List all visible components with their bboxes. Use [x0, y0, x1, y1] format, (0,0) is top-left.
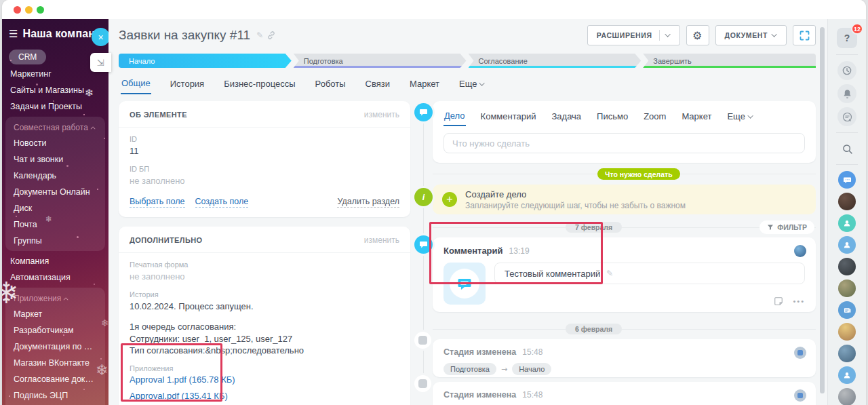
composer-tab-comment[interactable]: Комментарий	[480, 108, 537, 126]
link-icon[interactable]	[267, 31, 275, 39]
edit-comment-icon[interactable]: ✎	[606, 269, 613, 278]
todo-input[interactable]	[443, 133, 805, 153]
entry-time: 13:19	[509, 246, 530, 256]
chat-button[interactable]	[837, 107, 856, 126]
sidebar-item-mail[interactable]: Почта	[9, 216, 105, 233]
section-title: ОБ ЭЛЕМЕНТЕ	[130, 111, 187, 119]
menu-hamburger-icon[interactable]: ☰	[9, 28, 18, 40]
user-avatar[interactable]	[838, 388, 856, 405]
fullscreen-button[interactable]	[793, 25, 816, 45]
tab-links[interactable]: Связи	[365, 74, 391, 94]
extensions-button[interactable]: РАСШИРЕНИЯ	[587, 25, 680, 45]
plus-icon[interactable]: +	[442, 192, 457, 207]
activity-chat-icon	[414, 103, 433, 121]
chevron-down-icon	[747, 113, 753, 118]
avatar[interactable]	[794, 245, 806, 257]
sidebar-collapse-button[interactable]: ⇲	[90, 53, 111, 72]
field-label: Печатная форма	[130, 261, 399, 269]
support-chat-avatar[interactable]	[838, 171, 856, 189]
stage-finish[interactable]: Завершить	[643, 54, 816, 68]
search-button[interactable]	[837, 139, 856, 158]
composer-tab-email[interactable]: Письмо	[596, 108, 629, 126]
stage-start[interactable]: Начало	[119, 54, 292, 68]
detail-tabs: Общие История Бизнес-процессы Роботы Свя…	[119, 74, 816, 94]
hint-row: Что нужно сделать	[433, 168, 816, 179]
field-value-bp: не заполнено	[130, 175, 399, 187]
sidebar-item-company[interactable]: Компания	[2, 253, 108, 269]
stage-preparation[interactable]: Подготовка	[294, 54, 467, 68]
sidebar-item-news[interactable]: Новости	[9, 135, 105, 151]
tab-general[interactable]: Общие	[121, 74, 151, 94]
sidebar-item-esign[interactable]: Подпись ЭЦП	[9, 387, 105, 404]
sidebar-item-crm[interactable]: CRM	[9, 50, 46, 64]
help-button[interactable]: ? 12	[837, 28, 857, 48]
note-icon[interactable]	[774, 296, 783, 306]
sidebar-item-doc-approval[interactable]: Согласование докум...	[9, 371, 105, 387]
stage-approval[interactable]: Согласование	[469, 54, 642, 68]
filter-button[interactable]: ФИЛЬТР	[760, 220, 814, 234]
sidebar-item-calendar[interactable]: Календарь	[9, 168, 105, 184]
timeline-column: Дело Комментарий Задача Письмо Zoom Марк…	[414, 101, 816, 393]
sidebar-item-groups[interactable]: Группы	[9, 233, 105, 249]
sidebar-item-docs-online[interactable]: Документы Онлайн	[9, 184, 105, 200]
tab-more[interactable]: Еще	[458, 74, 486, 94]
person-icon	[842, 370, 852, 380]
composer-tab-more[interactable]: Еще	[726, 108, 753, 126]
user-avatar[interactable]	[838, 345, 856, 362]
system-avatar[interactable]	[794, 389, 806, 402]
attachment-link[interactable]: Approval.pdf (135.41 КБ)	[130, 391, 399, 401]
chevron-down-icon[interactable]	[665, 31, 670, 37]
notifications-button[interactable]	[837, 84, 856, 103]
sidebar-item-market[interactable]: Маркет	[9, 306, 105, 322]
sidebar-group-header-apps[interactable]: Приложения	[5, 290, 105, 306]
attachment-link[interactable]: Approval 1.pdf (165.78 КБ)	[130, 374, 399, 385]
user-avatar[interactable]	[838, 214, 856, 232]
sidebar-close-button[interactable]: ×	[92, 28, 108, 46]
stage-to-badge: Начало	[512, 363, 551, 375]
tab-history[interactable]: История	[170, 74, 205, 94]
sidebar-item-automation[interactable]: Автоматизация	[2, 269, 108, 286]
tab-market[interactable]: Маркет	[409, 74, 440, 94]
document-button[interactable]: ДОКУМЕНТ	[715, 25, 787, 45]
sidebar-item-sites[interactable]: Сайты и Магазины	[2, 82, 108, 98]
user-avatar[interactable]	[838, 193, 856, 210]
user-avatar[interactable]	[838, 236, 856, 254]
sidebar-group-header-collaboration[interactable]: Совместная работа	[5, 119, 105, 135]
settings-button[interactable]: ⚙	[686, 25, 709, 45]
chat-lines-icon	[842, 112, 852, 122]
create-field-link[interactable]: Создать поле	[195, 197, 249, 208]
right-rail: ? 12	[827, 19, 866, 405]
close-window-icon[interactable]	[14, 6, 21, 14]
date-row: 7 февраля ФИЛЬТР	[433, 222, 816, 233]
sidebar-item-developers[interactable]: Разработчикам	[9, 322, 105, 339]
composer-tab-task[interactable]: Задача	[551, 108, 582, 126]
sidebar-item-chat-calls[interactable]: Чат и звонки	[9, 151, 105, 168]
maximize-window-icon[interactable]	[37, 6, 44, 14]
comment-text: Тестовый комментарий	[505, 269, 600, 279]
tab-robots[interactable]: Роботы	[315, 74, 347, 94]
time-management-button[interactable]	[837, 61, 856, 80]
system-avatar[interactable]	[794, 347, 806, 359]
sidebar-item-vk-shop[interactable]: Магазин ВКонтакте	[9, 355, 105, 371]
tab-bizproc[interactable]: Бизнес-процессы	[223, 74, 296, 94]
sidebar-item-rest-docs[interactable]: Документация по RE...	[9, 339, 105, 355]
sidebar-item-tasks[interactable]: Задачи и Проекты	[2, 98, 108, 115]
user-avatar[interactable]	[838, 366, 856, 384]
news-channel-avatar[interactable]	[838, 301, 856, 319]
edit-title-icon[interactable]: ✎	[256, 31, 263, 40]
more-actions-icon[interactable]: •••	[793, 297, 805, 305]
composer-tab-zoom[interactable]: Zoom	[643, 108, 667, 126]
user-avatar[interactable]	[838, 279, 856, 297]
composer-tab-market[interactable]: Маркет	[681, 108, 712, 126]
minimize-window-icon[interactable]	[25, 6, 33, 14]
composer-tab-activity[interactable]: Дело	[443, 108, 466, 126]
sidebar-item-disk[interactable]: Диск	[9, 200, 105, 216]
select-field-link[interactable]: Выбрать поле	[130, 197, 185, 208]
banner-title[interactable]: Создайте дело	[465, 189, 686, 199]
user-avatar[interactable]	[838, 258, 856, 275]
edit-section-link[interactable]: изменить	[364, 235, 399, 245]
delete-section-link[interactable]: Удалить раздел	[337, 197, 399, 208]
user-avatar[interactable]	[838, 323, 856, 341]
edit-section-link[interactable]: изменить	[364, 110, 399, 119]
vertical-scrollbar[interactable]	[820, 27, 825, 393]
